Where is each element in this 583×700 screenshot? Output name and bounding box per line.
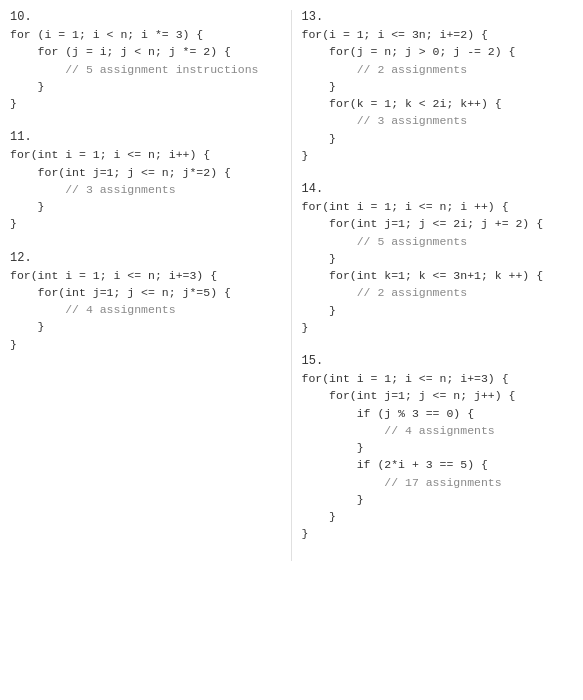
block12-line-1: for(int j=1; j <= n; j*=5) { [10,284,281,301]
block15-line-4: } [302,439,574,456]
block15-line-5: if (2*i + 3 == 5) { [302,456,574,473]
block14-line-2: // 5 assignments [302,233,574,250]
block15-line-6: // 17 assignments [302,474,574,491]
block12-line-2: // 4 assignments [10,301,281,318]
block14-line-6: } [302,302,574,319]
block10-number: 10. [10,10,281,24]
block15-line-1: for(int j=1; j <= n; j++) { [302,387,574,404]
block14-line-5: // 2 assignments [302,284,574,301]
block14-line-4: for(int k=1; k <= 3n+1; k ++) { [302,267,574,284]
block15-line-0: for(int i = 1; i <= n; i+=3) { [302,370,574,387]
block10-line-1: for (j = i; j < n; j *= 2) { [10,43,281,60]
block13-line-7: } [302,147,574,164]
block11-line-4: } [10,215,281,232]
block10: 10.for (i = 1; i < n; i *= 3) { for (j =… [10,10,281,112]
block14-line-1: for(int j=1; j <= 2i; j += 2) { [302,215,574,232]
block15-line-8: } [302,508,574,525]
block12: 12.for(int i = 1; i <= n; i+=3) { for(in… [10,251,281,353]
block15-line-2: if (j % 3 == 0) { [302,405,574,422]
block14-line-7: } [302,319,574,336]
column-right: 13.for(i = 1; i <= 3n; i+=2) { for(j = n… [292,10,584,561]
block10-line-4: } [10,95,281,112]
block13-line-2: // 2 assignments [302,61,574,78]
column-left: 10.for (i = 1; i < n; i *= 3) { for (j =… [0,10,292,561]
block12-line-3: } [10,318,281,335]
block13-line-0: for(i = 1; i <= 3n; i+=2) { [302,26,574,43]
block14: 14.for(int i = 1; i <= n; i ++) { for(in… [302,182,574,336]
block13-line-5: // 3 assignments [302,112,574,129]
block11-line-0: for(int i = 1; i <= n; i++) { [10,146,281,163]
block11-line-1: for(int j=1; j <= n; j*=2) { [10,164,281,181]
block11-line-3: } [10,198,281,215]
block15: 15.for(int i = 1; i <= n; i+=3) { for(in… [302,354,574,543]
block10-line-3: } [10,78,281,95]
block11-number: 11. [10,130,281,144]
block15-line-9: } [302,525,574,542]
block13-number: 13. [302,10,574,24]
block15-line-7: } [302,491,574,508]
block10-line-2: // 5 assignment instructions [10,61,281,78]
block13-line-4: for(k = 1; k < 2i; k++) { [302,95,574,112]
block13-line-1: for(j = n; j > 0; j -= 2) { [302,43,574,60]
block11: 11.for(int i = 1; i <= n; i++) { for(int… [10,130,281,232]
block11-line-2: // 3 assignments [10,181,281,198]
block13-line-6: } [302,130,574,147]
page-container: 10.for (i = 1; i < n; i *= 3) { for (j =… [0,0,583,571]
block15-line-3: // 4 assignments [302,422,574,439]
block12-number: 12. [10,251,281,265]
block15-number: 15. [302,354,574,368]
block13-line-3: } [302,78,574,95]
block12-line-0: for(int i = 1; i <= n; i+=3) { [10,267,281,284]
block14-number: 14. [302,182,574,196]
block12-line-4: } [10,336,281,353]
block14-line-3: } [302,250,574,267]
block14-line-0: for(int i = 1; i <= n; i ++) { [302,198,574,215]
block13: 13.for(i = 1; i <= 3n; i+=2) { for(j = n… [302,10,574,164]
block10-line-0: for (i = 1; i < n; i *= 3) { [10,26,281,43]
